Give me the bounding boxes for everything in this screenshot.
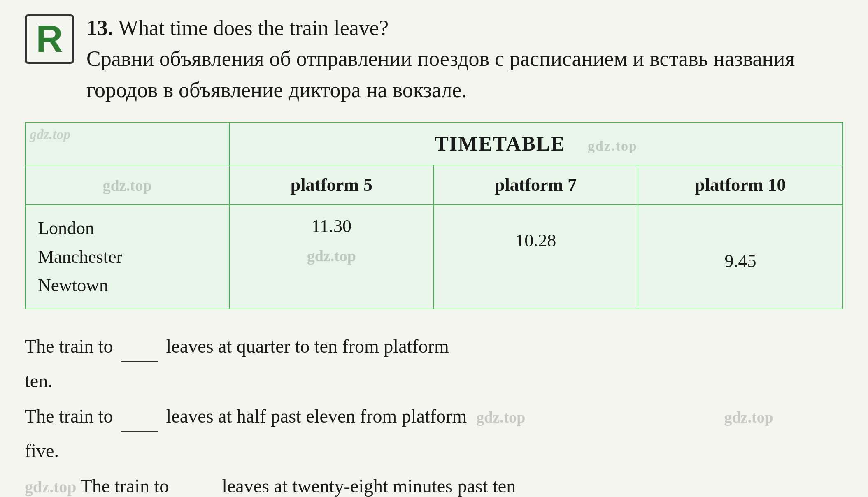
cities-cell: London Manchester Newtown [26, 205, 230, 309]
col0-header: gdz.top [26, 165, 230, 204]
s3-blank[interactable] [177, 470, 214, 497]
platform10-cell: 9.45 [638, 205, 842, 309]
platform5-cell: 11.30 gdz.top [230, 205, 434, 309]
timetable-section: gdz.top TIMETABLE gdz.top gdz.top platfo… [25, 122, 843, 309]
col3-header: platform 10 [638, 165, 842, 204]
col0-watermark: gdz.top [102, 177, 151, 195]
s2-cont: five. [25, 440, 59, 461]
task-subtitle: Сравни объявления об отправлении поездов… [86, 47, 795, 101]
sentence-2: The train to leaves at half past eleven … [25, 400, 843, 432]
s1-after: leaves at quarter to ten from platform [166, 336, 449, 357]
r-badge: R [25, 14, 74, 64]
timetable-header-row: gdz.top TIMETABLE gdz.top [26, 123, 842, 165]
platform7-cell: 10.28 [434, 205, 638, 309]
watermark-title-area: gdz.top [588, 138, 638, 153]
city-list: London Manchester Newtown [38, 216, 216, 298]
timetable-header-empty: gdz.top [26, 123, 230, 165]
task-number: 13. [86, 16, 113, 39]
sentence-1-cont: ten. [25, 365, 843, 397]
platform5-time: 11.30 [242, 216, 421, 237]
col1-header: platform 5 [230, 165, 434, 204]
task-text: 13. What time does the train leave? Срав… [86, 12, 843, 105]
header-section: R 13. What time does the train leave? Ср… [25, 12, 843, 105]
s1-cont: ten. [25, 370, 53, 391]
sentence-3: gdz.topThe train to leaves at twenty-eig… [25, 470, 843, 497]
city-newtown: Newtown [38, 273, 216, 298]
timetable-title: TIMETABLE gdz.top [230, 123, 842, 165]
s2-after: leaves at half past eleven from platform [166, 406, 467, 427]
s3-after: leaves at twenty-eight minutes past ten [222, 476, 516, 497]
s1-blank[interactable] [121, 330, 158, 362]
sentence-2-cont: five. [25, 435, 843, 467]
timetable-data-row: London Manchester Newtown 11.30 gdz.top … [26, 205, 842, 309]
col2-header: platform 7 [434, 165, 638, 204]
timetable-wrapper: gdz.top TIMETABLE gdz.top gdz.top platfo… [25, 122, 843, 309]
platform5-watermark: gdz.top [242, 245, 421, 266]
s2-blank[interactable] [121, 400, 158, 432]
city-manchester: Manchester [38, 244, 216, 270]
r-letter: R [36, 18, 63, 60]
wm-s3-left: gdz.top [25, 478, 77, 496]
timetable-subheader-row: gdz.top platform 5 platform 7 platform 1… [26, 165, 842, 205]
watermark-header: gdz.top [30, 127, 70, 142]
wm-s2-1: gdz.top [476, 409, 525, 426]
wm-s2-2: gdz.top [724, 409, 773, 426]
page-container: R 13. What time does the train leave? Ср… [25, 12, 843, 497]
s1-before: The train to [25, 336, 113, 357]
sentences-section: The train to leaves at quarter to ten fr… [25, 330, 843, 497]
task-title: What time does the train leave? [118, 16, 389, 39]
city-london: London [38, 216, 216, 241]
s2-before: The train to [25, 406, 113, 427]
s3-before: The train to [81, 476, 169, 497]
sentence-1: The train to leaves at quarter to ten fr… [25, 330, 843, 362]
